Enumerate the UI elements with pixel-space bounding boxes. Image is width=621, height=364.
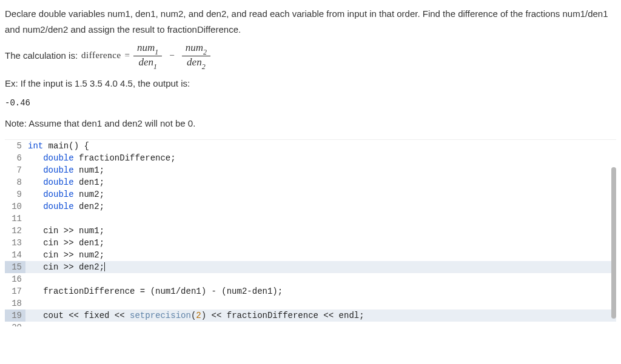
code-line[interactable]: double den2; — [25, 200, 616, 213]
code-editor[interactable]: 5int main() {6 double fractionDifference… — [5, 139, 616, 334]
note: Note: Assume that den1 and den2 will not… — [5, 116, 616, 131]
line-number: 8 — [5, 176, 25, 188]
line-number: 12 — [5, 225, 25, 237]
line-number: 11 — [5, 213, 25, 225]
difference-word: difference — [81, 48, 121, 64]
line-number: 14 — [5, 249, 25, 261]
code-line[interactable]: cout << fixed << setprecision(2) << frac… — [25, 309, 616, 322]
problem-p1: Declare double variables num1, den1, num… — [5, 6, 616, 37]
line-number: 19 — [5, 309, 25, 322]
line-number: 13 — [5, 237, 25, 249]
example-lead: Ex: If the input is 1.5 3.5 4.0 4.5, the… — [5, 76, 616, 91]
line-number: 6 — [5, 152, 25, 164]
minus-sign: − — [166, 48, 178, 64]
line-number: 10 — [5, 200, 25, 213]
equals-sign: = — [125, 48, 130, 64]
example-output: -0.46 — [5, 96, 616, 111]
code-line[interactable] — [25, 322, 616, 334]
code-line[interactable]: double num1; — [25, 164, 616, 176]
scrollbar[interactable] — [610, 140, 616, 334]
line-number: 7 — [5, 164, 25, 176]
code-line[interactable]: double den1; — [25, 176, 616, 188]
problem-statement: Declare double variables num1, den1, num… — [5, 6, 616, 131]
fraction-2: num2 den2 — [182, 42, 210, 70]
line-number: 20 — [5, 322, 25, 326]
code-line[interactable]: int main() { — [25, 140, 616, 152]
fraction-1: num1 den1 — [133, 42, 162, 70]
code-line[interactable] — [25, 273, 616, 285]
code-line[interactable]: cin >> num1; — [25, 225, 616, 237]
code-line[interactable]: fractionDifference = (num1/den1) - (num2… — [25, 285, 616, 297]
line-number: 9 — [5, 188, 25, 200]
code-line[interactable]: double num2; — [25, 188, 616, 200]
scrollbar-thumb[interactable] — [611, 167, 616, 319]
code-line[interactable]: cin >> den1; — [25, 237, 616, 249]
code-line[interactable]: double fractionDifference; — [25, 152, 616, 164]
formula: The calculation is: difference = num1 de… — [5, 42, 616, 70]
calc-lead: The calculation is: — [5, 48, 78, 64]
line-number: 17 — [5, 285, 25, 297]
code-line[interactable]: cin >> num2; — [25, 249, 616, 261]
line-number: 15 — [5, 261, 25, 273]
line-number: 18 — [5, 297, 25, 309]
code-line[interactable] — [25, 297, 616, 309]
code-line[interactable]: cin >> den2; — [25, 261, 616, 273]
text-caret — [104, 262, 105, 271]
code-line[interactable] — [25, 213, 616, 225]
line-number: 16 — [5, 273, 25, 285]
line-number: 5 — [5, 140, 25, 152]
